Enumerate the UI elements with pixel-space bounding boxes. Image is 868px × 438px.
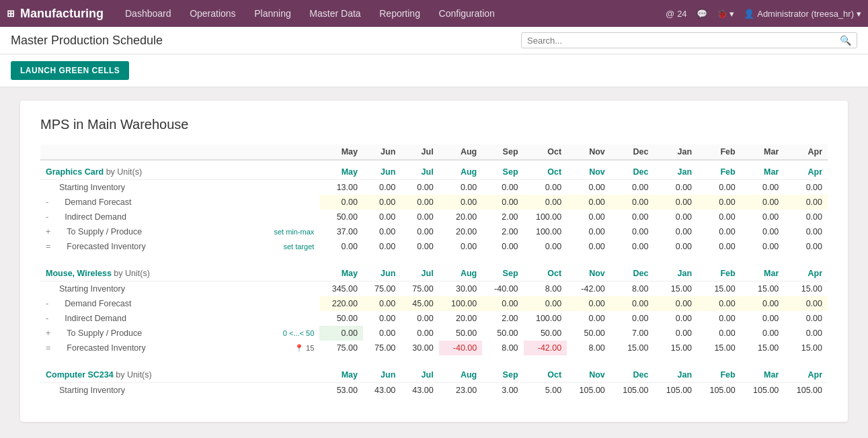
data-cell[interactable]: 0.00 (319, 195, 363, 210)
col-oct: Oct (524, 144, 567, 160)
col-apr-header: Apr (784, 160, 828, 180)
chat-icon[interactable]: 💬 (697, 9, 707, 19)
row-label: Indirect Demand (51, 314, 126, 323)
data-cell[interactable]: 0.00 (482, 296, 523, 311)
data-cell: 105.00 (784, 383, 828, 398)
grid-icon[interactable]: ⊞ (7, 8, 15, 19)
data-cell[interactable]: 0.00 (610, 296, 654, 311)
app-name: Manufacturing (20, 7, 104, 21)
col-sep-header: Sep (482, 160, 523, 180)
col-mar-header: Mar (741, 262, 785, 281)
data-cell[interactable]: 220.00 (319, 296, 363, 311)
notifications-icon[interactable]: @ 24 (666, 9, 687, 19)
data-cell[interactable]: 0.00 (784, 195, 828, 210)
data-cell: 100.00 (524, 224, 567, 239)
user-menu[interactable]: 👤 Administrator (treesa_hr) ▾ (744, 9, 861, 19)
row-action-link[interactable]: set target (283, 243, 314, 251)
data-cell[interactable]: 100.00 (439, 296, 483, 311)
row-action-cell: 0 <...< 50 (255, 326, 319, 341)
data-cell: 0.00 (784, 326, 828, 341)
row-label: Forecasted Inventory (53, 242, 145, 251)
data-cell: 0.00 (567, 239, 610, 254)
data-cell[interactable]: 0.00 (319, 326, 363, 341)
data-cell[interactable]: 0.00 (784, 296, 828, 311)
data-cell[interactable]: 0.00 (482, 195, 523, 210)
row-prefix: - (46, 198, 48, 207)
row-label-cell: -Indirect Demand (40, 210, 255, 224)
col-label (40, 144, 255, 160)
data-cell: 0.00 (363, 210, 401, 224)
row-label: Demand Forecast (51, 299, 131, 308)
data-cell: 0.00 (401, 224, 438, 239)
data-cell: 0.00 (697, 326, 741, 341)
data-cell[interactable]: 45.00 (401, 296, 438, 311)
data-cell: 50.00 (319, 311, 363, 326)
data-cell[interactable]: 0.00 (610, 195, 654, 210)
data-cell[interactable]: 0.00 (567, 195, 610, 210)
product-link[interactable]: Graphics Card (46, 167, 104, 177)
data-cell: 0.00 (654, 224, 697, 239)
data-cell: 50.00 (439, 326, 483, 341)
search-box: 🔍 (521, 32, 857, 48)
data-cell[interactable]: 0.00 (363, 296, 401, 311)
table-row: =Forecasted Inventory📍 1575.0075.0030.00… (40, 341, 828, 355)
separator-row (40, 355, 828, 363)
table-row: =Forecasted Inventoryset target0.000.000… (40, 239, 828, 254)
data-cell: 50.00 (319, 210, 363, 224)
nav-planning[interactable]: Planning (254, 8, 291, 19)
data-cell: 15.00 (784, 281, 828, 297)
data-cell[interactable]: 0.00 (567, 296, 610, 311)
row-action-cell: set target (255, 239, 319, 254)
data-cell: 30.00 (439, 281, 483, 297)
table-container[interactable]: May Jun Jul Aug Sep Oct Nov Dec Jan Feb … (40, 144, 828, 406)
nav-dashboard[interactable]: Dashboard (125, 8, 171, 19)
data-cell[interactable]: 0.00 (654, 195, 697, 210)
row-prefix: + (46, 227, 50, 236)
data-cell: 0.00 (363, 239, 401, 254)
data-cell[interactable]: 0.00 (654, 296, 697, 311)
data-cell: 0.00 (524, 180, 567, 195)
data-cell[interactable]: 0.00 (741, 296, 785, 311)
row-action-link[interactable]: 0 <...< 50 (283, 329, 314, 337)
data-cell: -40.00 (439, 341, 483, 355)
data-cell[interactable]: 0.00 (741, 195, 785, 210)
row-prefix: = (46, 242, 50, 251)
data-cell[interactable]: 0.00 (401, 195, 438, 210)
row-action-cell (255, 210, 319, 224)
data-cell: 0.00 (610, 210, 654, 224)
nav-operations[interactable]: Operations (190, 8, 235, 19)
data-cell: 0.00 (697, 311, 741, 326)
bug-icon[interactable]: 🐞 ▾ (717, 9, 735, 19)
col-dec-header: Dec (610, 160, 654, 180)
data-cell[interactable]: 0.00 (697, 195, 741, 210)
table-row: -Demand Forecast220.000.0045.00100.000.0… (40, 296, 828, 311)
launch-green-cells-button[interactable]: LAUNCH GREEN CELLS (11, 61, 129, 80)
row-action-cell (255, 296, 319, 311)
data-cell: 13.00 (319, 180, 363, 195)
data-cell[interactable]: 0.00 (363, 195, 401, 210)
action-bar: LAUNCH GREEN CELLS (0, 54, 868, 87)
data-cell[interactable]: 0.00 (697, 296, 741, 311)
col-sep-header: Sep (482, 363, 523, 383)
nav-reporting[interactable]: Reporting (379, 8, 420, 19)
data-cell: 0.00 (401, 180, 438, 195)
topnav: ⊞ Manufacturing Dashboard Operations Pla… (0, 0, 868, 27)
nav-configuration[interactable]: Configuration (439, 8, 495, 19)
search-icon: 🔍 (840, 35, 851, 46)
col-may-header: May (319, 363, 363, 383)
search-input[interactable] (527, 36, 840, 46)
col-mar-header: Mar (741, 160, 785, 180)
data-cell[interactable]: 0.00 (439, 195, 483, 210)
row-action-link[interactable]: set min-max (274, 228, 314, 236)
col-aug-header: Aug (439, 262, 483, 281)
product-header-row: Graphics Card by Unit(s) May Jun Jul Aug… (40, 160, 828, 180)
data-cell: 0.00 (567, 210, 610, 224)
product-link[interactable]: Computer SC234 (46, 370, 114, 380)
data-cell[interactable]: 0.00 (524, 296, 567, 311)
product-link[interactable]: Mouse, Wireless (46, 269, 112, 278)
nav-master-data[interactable]: Master Data (309, 8, 360, 19)
data-cell: 105.00 (697, 383, 741, 398)
separator-row (40, 254, 828, 262)
data-cell[interactable]: 0.00 (524, 195, 567, 210)
months-header-row: May Jun Jul Aug Sep Oct Nov Dec Jan Feb … (40, 144, 828, 160)
